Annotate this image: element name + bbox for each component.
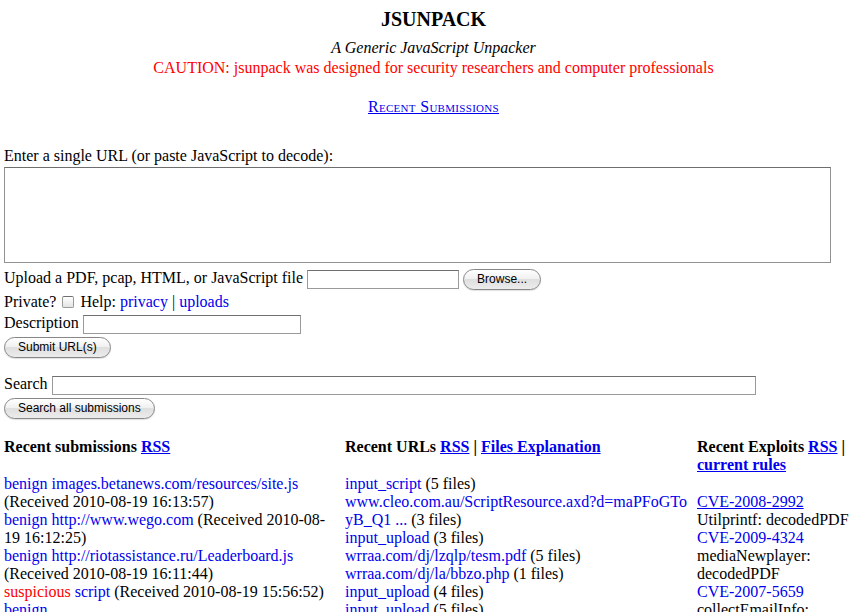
submission-status-link[interactable]: benign <box>4 601 48 612</box>
exploits-rss-link[interactable]: RSS <box>808 438 837 455</box>
url-entry-label: Enter a single URL (or paste JavaScript … <box>4 147 863 165</box>
urls-title: Recent URLs <box>345 438 436 455</box>
private-label: Private? <box>4 293 56 310</box>
urls-list: input_script (5 files) www.cleo.com.au/S… <box>345 475 693 612</box>
files-explanation-link[interactable]: Files Explanation <box>481 438 601 455</box>
recent-exploits-column: Recent Exploits RSS | current rules CVE-… <box>697 438 863 612</box>
submissions-list: benign images.betanews.com/resources/sit… <box>4 475 341 612</box>
privacy-link[interactable]: privacy <box>120 293 168 310</box>
private-checkbox[interactable] <box>62 296 74 308</box>
page-title: JSUNPACK <box>4 8 863 31</box>
upload-label: Upload a PDF, pcap, HTML, or JavaScript … <box>4 269 303 286</box>
url-link[interactable]: input_upload <box>345 601 429 612</box>
exploits-header-separator: | <box>841 438 845 455</box>
submission-received-text: (Received 2010-08-19 16:13:57) <box>4 493 214 510</box>
submission-item: suspicious script (Received 2010-08-19 1… <box>4 583 341 601</box>
url-files-count: (3 files) <box>411 511 461 528</box>
exploits-list: CVE-2008-2992 Utilprintf: decodedPDF CVE… <box>697 493 859 612</box>
description-input[interactable] <box>83 315 301 334</box>
exploit-item: CVE-2007-5659 collectEmailInfo: decodedP… <box>697 583 859 612</box>
url-textarea[interactable] <box>4 167 831 263</box>
submit-urls-button[interactable]: Submit URL(s) <box>4 337 111 358</box>
submission-item: benign http://www.wego.com (Received 201… <box>4 511 341 547</box>
submissions-header: Recent submissions RSS <box>4 438 341 456</box>
upload-row: Upload a PDF, pcap, HTML, or JavaScript … <box>4 269 863 290</box>
url-files-count: (3 files) <box>433 529 483 546</box>
submission-item: benign images.betanews.com/resources/sit… <box>4 475 341 511</box>
submission-received-text: (Received 2010-08-19 15:56:52) <box>114 583 324 600</box>
submission-url-link[interactable]: http://www.wego.com <box>52 511 194 528</box>
exploits-title: Recent Exploits <box>697 438 804 455</box>
url-link[interactable]: input_script <box>345 475 421 492</box>
url-item: input_script (5 files) <box>345 475 693 493</box>
submission-received-text: (Received 2010-08-19 16:11:44) <box>4 565 213 582</box>
urls-rss-link[interactable]: RSS <box>440 438 469 455</box>
submission-status-link[interactable]: benign <box>4 547 48 564</box>
submit-form: Enter a single URL (or paste JavaScript … <box>4 147 863 419</box>
url-files-count: (5 files) <box>433 601 483 612</box>
submissions-title: Recent submissions <box>4 438 137 455</box>
exploit-item: CVE-2009-4324 mediaNewplayer: decodedPDF <box>697 529 859 583</box>
url-item: input_upload (5 files) <box>345 601 693 612</box>
search-input[interactable] <box>52 376 756 395</box>
url-link[interactable]: www.cleo.com.au/ScriptResource.axd?d=maP… <box>345 493 687 528</box>
caution-text: CAUTION: jsunpack was designed for secur… <box>4 59 863 77</box>
search-area: Search Search all submissions <box>4 375 863 419</box>
url-item: input_upload (4 files) <box>345 583 693 601</box>
exploit-item: CVE-2008-2992 Utilprintf: decodedPDF <box>697 493 859 529</box>
recent-activity-table: Recent submissions RSS benign images.bet… <box>4 438 863 612</box>
url-link[interactable]: wrraa.com/dj/lzqlp/tesm.pdf <box>345 547 526 564</box>
submission-url-link[interactable]: http://riotassistance.ru/Leaderboard.js <box>52 547 294 564</box>
uploads-link[interactable]: uploads <box>179 293 229 310</box>
url-files-count: (4 files) <box>433 583 483 600</box>
exploit-cve-link[interactable]: CVE-2007-5659 <box>697 583 804 600</box>
description-label: Description <box>4 314 79 331</box>
url-link[interactable]: wrraa.com/dj/la/bbzo.php <box>345 565 509 582</box>
url-item: input_upload (3 files) <box>345 529 693 547</box>
description-row: Description <box>4 314 863 334</box>
help-label: Help: <box>80 293 116 310</box>
submission-status-link[interactable]: benign <box>4 511 48 528</box>
help-link-separator: | <box>172 293 175 310</box>
search-label: Search <box>4 375 48 392</box>
url-link[interactable]: input_upload <box>345 529 429 546</box>
urls-header: Recent URLs RSS | Files Explanation <box>345 438 693 456</box>
url-item: wrraa.com/dj/lzqlp/tesm.pdf (5 files) <box>345 547 693 565</box>
url-item: www.cleo.com.au/ScriptResource.axd?d=maP… <box>345 493 693 529</box>
exploit-name-text: collectEmailInfo: decodedPDF <box>697 601 809 612</box>
search-all-button[interactable]: Search all submissions <box>4 398 155 419</box>
page-header: JSUNPACK A Generic JavaScript Unpacker C… <box>4 8 863 116</box>
current-rules-link[interactable]: current rules <box>697 456 786 473</box>
submission-item: benign www.dssprodiesel.com/includes/AC_… <box>4 601 341 612</box>
recent-submissions-wrap: Recent Submissions <box>4 98 863 116</box>
recent-submissions-column: Recent submissions RSS benign images.bet… <box>4 438 345 612</box>
urls-header-separator: | <box>473 438 477 455</box>
page-subtitle: A Generic JavaScript Unpacker <box>4 39 863 57</box>
exploit-name-text: mediaNewplayer: decodedPDF <box>697 547 811 582</box>
submission-url-link[interactable]: images.betanews.com/resources/site.js <box>52 475 299 492</box>
exploit-cve-link[interactable]: CVE-2008-2992 <box>697 493 804 510</box>
submission-item: benign http://riotassistance.ru/Leaderbo… <box>4 547 341 583</box>
exploits-header: Recent Exploits RSS | current rules <box>697 438 859 474</box>
submission-url-link[interactable]: script <box>75 583 111 600</box>
url-files-count: (5 files) <box>425 475 475 492</box>
url-files-count: (1 files) <box>513 565 563 582</box>
search-button-row: Search all submissions <box>4 398 863 419</box>
recent-urls-column: Recent URLs RSS | Files Explanation inpu… <box>345 438 697 612</box>
exploit-cve-link[interactable]: CVE-2009-4324 <box>697 529 804 546</box>
private-row: Private? Help: privacy | uploads <box>4 293 863 311</box>
recent-submissions-link[interactable]: Recent Submissions <box>368 98 499 115</box>
exploit-name-text: Utilprintf: decodedPDF <box>697 511 849 528</box>
url-link[interactable]: input_upload <box>345 583 429 600</box>
url-files-count: (5 files) <box>530 547 580 564</box>
submission-status-link[interactable]: benign <box>4 475 48 492</box>
submissions-rss-link[interactable]: RSS <box>141 438 170 455</box>
browse-button[interactable]: Browse... <box>463 269 541 290</box>
file-input[interactable] <box>307 270 459 289</box>
url-item: wrraa.com/dj/la/bbzo.php (1 files) <box>345 565 693 583</box>
submit-row: Submit URL(s) <box>4 337 863 358</box>
submission-status-link[interactable]: suspicious <box>4 583 71 600</box>
